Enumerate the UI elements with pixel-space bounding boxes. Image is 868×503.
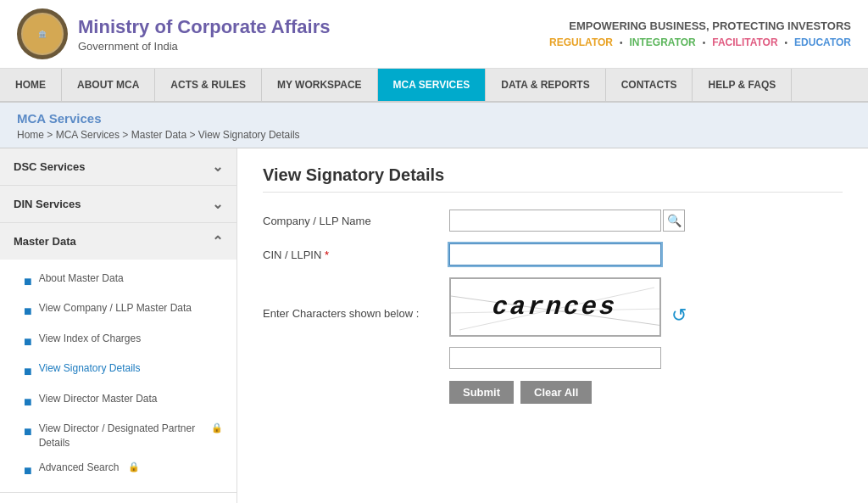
bullet-view-designated: ■ (24, 422, 32, 441)
role-regulator: REGULATOR (549, 36, 613, 48)
search-icon: 🔍 (667, 214, 682, 227)
view-signatory-label: View Signatory Details (39, 361, 141, 376)
nav-home[interactable]: HOME (0, 69, 62, 101)
dot3: • (785, 38, 788, 48)
sidebar-item-advanced-search[interactable]: ■ Advanced Search 🔒 (0, 455, 236, 485)
bullet-advanced-search: ■ (24, 461, 32, 480)
sidebar-section-master: Master Data ⌃ ■ About Master Data ■ View… (0, 223, 236, 493)
sidebar-item-about-master[interactable]: ■ About Master Data (0, 266, 236, 296)
view-index-label: View Index of Charges (39, 332, 142, 346)
header: 🏛️ Ministry of Corporate Affairs Governm… (0, 0, 868, 69)
company-search-button[interactable]: 🔍 (663, 210, 685, 232)
chevron-master: ⌃ (212, 233, 223, 249)
sidebar-item-view-designated[interactable]: ■ View Director / Designated Partner Det… (0, 416, 236, 455)
captcha-text: carnces (492, 293, 619, 321)
sidebar-section-dsc: DSC Services ⌄ (0, 148, 236, 186)
sidebar-dsc-label: DSC Services (14, 160, 86, 173)
sidebar-header-dsc[interactable]: DSC Services ⌄ (0, 148, 236, 185)
section-title: MCA Services (17, 111, 851, 126)
view-company-label: View Company / LLP Master Data (39, 301, 192, 316)
content-title: View Signatory Details (263, 165, 843, 193)
refresh-icon: ↺ (671, 305, 687, 327)
nav-bar: HOME ABOUT MCA ACTS & RULES MY WORKSPACE… (0, 69, 868, 103)
role-integrator: INTEGRATOR (630, 36, 696, 48)
form-row-cin: CIN / LLPIN * (263, 243, 843, 265)
org-sub: Government of India (78, 40, 330, 53)
view-designated-label: View Director / Designated Partner Detai… (39, 422, 202, 450)
org-title: Ministry of Corporate Affairs (78, 16, 330, 38)
sidebar-din-label: DIN Services (14, 198, 81, 210)
cin-label: CIN / LLPIN * (263, 249, 449, 261)
header-right: EMPOWERING BUSINESS, PROTECTING INVESTOR… (549, 20, 851, 48)
sidebar-item-view-company[interactable]: ■ View Company / LLP Master Data (0, 296, 236, 326)
form-row-company: Company / LLP Name 🔍 (263, 210, 843, 232)
bullet-view-company: ■ (24, 302, 32, 321)
sidebar-master-label: Master Data (14, 235, 76, 248)
chevron-din: ⌄ (212, 196, 223, 212)
sidebar-item-view-index[interactable]: ■ View Index of Charges (0, 327, 236, 356)
button-row: Submit Clear All (449, 381, 843, 404)
company-input[interactable] (449, 210, 661, 232)
bullet-view-signatory: ■ (24, 362, 32, 381)
clear-button[interactable]: Clear All (520, 381, 592, 404)
submit-button[interactable]: Submit (449, 381, 514, 404)
sidebar-item-view-signatory[interactable]: ■ View Signatory Details (0, 356, 236, 386)
sidebar-item-view-director[interactable]: ■ View Director Master Data (0, 387, 236, 416)
sidebar: DSC Services ⌄ DIN Services ⌄ Master Dat… (0, 148, 237, 503)
form-row-captcha: Enter Characters shown below : carnces ↺ (263, 277, 843, 369)
captcha-label: Enter Characters shown below : (263, 277, 449, 320)
role-facilitator: FACILITATOR (712, 36, 777, 48)
about-master-label: About Master Data (39, 271, 124, 286)
dot1: • (620, 38, 623, 48)
nav-data-reports[interactable]: DATA & REPORTS (486, 69, 605, 101)
role-educator: EDUCATOR (794, 36, 851, 48)
nav-acts-rules[interactable]: ACTS & RULES (155, 69, 262, 101)
nav-my-workspace[interactable]: MY WORKSPACE (262, 69, 378, 101)
tagline: EMPOWERING BUSINESS, PROTECTING INVESTOR… (549, 20, 851, 32)
dot2: • (703, 38, 706, 48)
lock-icon-search: 🔒 (128, 461, 140, 473)
nav-contacts[interactable]: CONTACTS (606, 69, 693, 101)
sidebar-header-master[interactable]: Master Data ⌃ (0, 223, 236, 260)
captcha-image: carnces (449, 277, 661, 337)
breadcrumb: Home > MCA Services > Master Data > View… (17, 129, 851, 141)
captcha-input[interactable] (449, 347, 661, 369)
nav-help-faqs[interactable]: HELP & FAQS (693, 69, 792, 101)
lock-icon-designated: 🔒 (211, 422, 223, 434)
chevron-dsc: ⌄ (212, 159, 223, 175)
company-label: Company / LLP Name (263, 215, 449, 227)
breadcrumb-area: MCA Services Home > MCA Services > Maste… (0, 103, 868, 148)
cin-required-marker: * (325, 249, 329, 261)
advanced-search-label: Advanced Search (39, 461, 120, 475)
header-org: Ministry of Corporate Affairs Government… (78, 16, 330, 53)
bullet-view-index: ■ (24, 333, 32, 351)
nav-about-mca[interactable]: ABOUT MCA (62, 69, 155, 101)
bullet-view-director: ■ (24, 393, 32, 411)
cin-input[interactable] (449, 243, 661, 265)
sidebar-section-din: DIN Services ⌄ (0, 186, 236, 223)
header-left: 🏛️ Ministry of Corporate Affairs Governm… (17, 8, 330, 59)
logo-inner: 🏛️ (21, 13, 64, 55)
nav-mca-services[interactable]: MCA SERVICES (378, 69, 487, 101)
view-director-label: View Director Master Data (39, 392, 158, 406)
sidebar-header-din[interactable]: DIN Services ⌄ (0, 186, 236, 222)
main-layout: DSC Services ⌄ DIN Services ⌄ Master Dat… (0, 148, 868, 503)
captcha-refresh-button[interactable]: ↺ (666, 303, 692, 328)
org-logo: 🏛️ (17, 8, 68, 59)
sidebar-master-menu: ■ About Master Data ■ View Company / LLP… (0, 260, 236, 492)
bullet-about-master: ■ (24, 272, 32, 291)
content-area: View Signatory Details Company / LLP Nam… (237, 148, 868, 503)
roles-row: REGULATOR • INTEGRATOR • FACILITATOR • E… (549, 36, 851, 48)
